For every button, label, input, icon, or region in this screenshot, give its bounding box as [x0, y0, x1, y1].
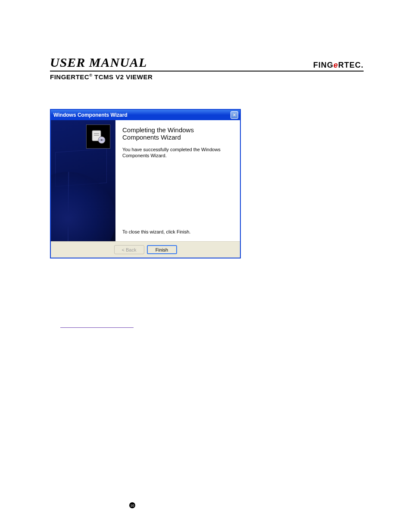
wizard-dialog: Windows Components Wizard ×	[50, 109, 241, 258]
page-header: USER MANUAL FINGeRTEC.	[50, 55, 364, 72]
close-button[interactable]: ×	[230, 111, 238, 119]
wizard-content: Completing the Windows Components Wizard…	[115, 120, 240, 241]
brand-text-pre: FING	[313, 61, 333, 69]
finish-button[interactable]: Finish	[147, 245, 177, 254]
link-underline	[60, 327, 134, 328]
titlebar[interactable]: Windows Components Wizard ×	[51, 110, 240, 120]
sub-heading: FINGERTEC® TCMS V2 VIEWER	[50, 73, 364, 81]
wizard-side-graphic	[51, 120, 115, 241]
button-bar: < Back Finish	[51, 241, 240, 258]
dialog-body: Completing the Windows Components Wizard…	[51, 120, 240, 241]
page-number: 10	[129, 502, 135, 508]
svg-rect-2	[94, 135, 99, 136]
brand-swirl-e: e	[333, 61, 338, 69]
back-label: < Back	[122, 247, 137, 252]
installer-icon	[86, 124, 110, 149]
finish-label: Finish	[156, 247, 168, 252]
subhead-prefix: FINGERTEC	[50, 73, 89, 81]
wizard-body-text: You have successfully completed the Wind…	[122, 146, 231, 159]
wizard-heading: Completing the Windows Components Wizard	[122, 126, 231, 141]
wizard-close-hint: To close this wizard, click Finish.	[122, 229, 231, 234]
subhead-rest: TCMS V2 VIEWER	[92, 73, 153, 81]
close-icon: ×	[233, 112, 236, 118]
manual-title: USER MANUAL	[50, 55, 147, 70]
dialog-title: Windows Components Wizard	[53, 112, 128, 118]
svg-rect-1	[94, 133, 99, 134]
svg-point-5	[101, 139, 103, 141]
back-button: < Back	[114, 245, 144, 254]
brand-text-post: RTEC.	[338, 61, 364, 69]
brand-logo: FINGeRTEC.	[313, 61, 364, 70]
